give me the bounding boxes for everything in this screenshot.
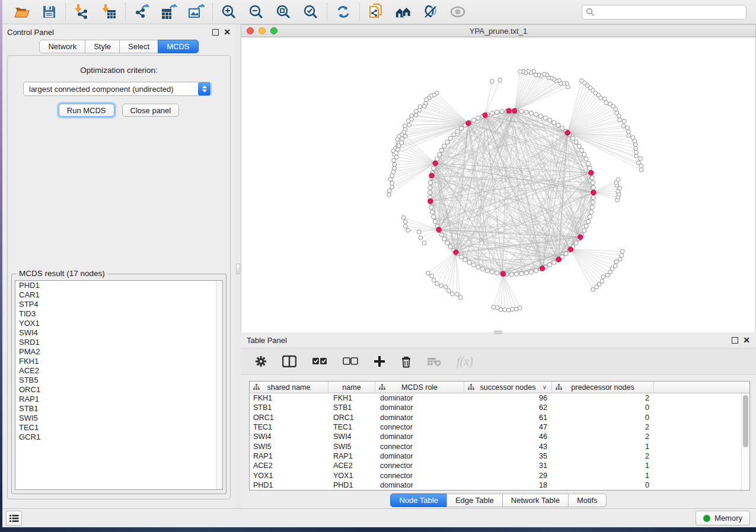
table-row[interactable]: TEC1TEC1connector472: [250, 422, 741, 432]
cell-name: TEC1: [328, 423, 375, 431]
table-settings-icon[interactable]: [255, 352, 267, 370]
float-table-panel-icon[interactable]: [732, 337, 738, 344]
mcds-result-list[interactable]: PHD1CAR1STP4TID3YOX1SWI4SRD1PMA2FKH1ACE2…: [15, 280, 223, 490]
close-table-panel-icon[interactable]: ✕: [743, 337, 750, 344]
zoom-out-icon[interactable]: [248, 4, 264, 20]
list-item[interactable]: TEC1: [15, 423, 222, 432]
zoom-in-icon[interactable]: [221, 4, 237, 20]
tab-motifs[interactable]: Motifs: [568, 493, 607, 507]
import-table-icon[interactable]: [101, 4, 117, 20]
open-file-icon[interactable]: [14, 4, 30, 20]
fx-label: f(x): [457, 355, 473, 368]
task-history-button[interactable]: [6, 511, 22, 526]
close-panel-icon[interactable]: ✕: [224, 29, 231, 36]
list-item[interactable]: GCR1: [15, 432, 222, 442]
tab-edge-table[interactable]: Edge Table: [446, 493, 503, 507]
list-item[interactable]: ACE2: [15, 366, 222, 376]
table-scrollbar-thumb[interactable]: [743, 395, 748, 447]
table-row[interactable]: YOX1YOX1connector291: [250, 470, 741, 480]
split-panel-icon[interactable]: [282, 352, 296, 370]
deselect-all-icon[interactable]: [343, 352, 358, 370]
first-neighbors-icon[interactable]: [395, 4, 412, 20]
save-session-icon[interactable]: [41, 4, 58, 20]
memory-button[interactable]: Memory: [696, 511, 750, 525]
list-item[interactable]: SWI4: [15, 328, 222, 338]
table-row[interactable]: ACE2ACE2connector311: [250, 461, 741, 470]
list-item[interactable]: PMA2: [15, 347, 222, 357]
zoom-fit-icon[interactable]: [275, 4, 292, 20]
cell-MCDS-role: dominator: [375, 481, 464, 489]
sort-arrow-icon: ∨: [543, 384, 547, 390]
list-item[interactable]: TID3: [15, 309, 222, 319]
result-list-scrollbar[interactable]: [216, 281, 222, 489]
tab-network[interactable]: Network: [39, 40, 85, 53]
table-row[interactable]: ORC1ORC1dominator610: [250, 413, 741, 422]
zoom-selected-icon[interactable]: [302, 4, 319, 20]
network-window-titlebar[interactable]: YPA_prune.txt_1: [241, 24, 756, 37]
table-row[interactable]: RAP1RAP1dominator352: [250, 451, 741, 461]
tab-select[interactable]: Select: [119, 40, 158, 53]
function-builder-icon[interactable]: f(x): [457, 352, 473, 370]
cell-shared-name: ACE2: [250, 462, 328, 470]
cell-successor-nodes: 43: [464, 443, 552, 451]
list-item[interactable]: STB5: [15, 376, 222, 385]
close-panel-button[interactable]: Close panel: [122, 104, 180, 117]
list-item[interactable]: PHD1: [15, 281, 222, 290]
add-column-icon[interactable]: [374, 352, 385, 370]
select-all-icon[interactable]: [312, 352, 327, 370]
tab-style[interactable]: Style: [85, 40, 120, 53]
import-network-icon[interactable]: [74, 4, 90, 20]
list-item[interactable]: ORC1: [15, 385, 222, 395]
list-item[interactable]: RAP1: [15, 395, 222, 404]
network-graph: [241, 37, 755, 332]
tab-network-table[interactable]: Network Table: [502, 493, 569, 507]
run-mcds-button[interactable]: Run MCDS: [59, 104, 114, 117]
show-all-icon[interactable]: [449, 4, 466, 20]
network-canvas[interactable]: [241, 37, 756, 332]
hide-selected-icon[interactable]: [422, 4, 439, 20]
list-item[interactable]: CAR1: [15, 290, 222, 300]
list-item[interactable]: FKH1: [15, 357, 222, 366]
column-header-successor-nodes[interactable]: successor nodes∨: [464, 382, 552, 393]
column-header-predecessor-nodes[interactable]: predecessor nodes: [552, 382, 654, 393]
table-row[interactable]: FKH1FKH1dominator962: [250, 393, 741, 403]
memory-status-icon: [703, 515, 710, 522]
cell-shared-name: STB1: [250, 403, 328, 412]
search-box[interactable]: [582, 5, 747, 20]
column-header-shared-name[interactable]: shared name: [250, 382, 328, 393]
mcds-panel: Optimization criterion: largest connecte…: [7, 55, 231, 499]
cell-predecessor-nodes: 1: [552, 462, 654, 470]
table-row[interactable]: STB1STB1dominator620: [250, 403, 741, 412]
column-header-name[interactable]: name: [328, 382, 375, 393]
cell-MCDS-role: dominator: [375, 403, 464, 412]
column-header-MCDS-role[interactable]: MCDS role: [375, 382, 464, 393]
node-table: shared namenameMCDS rolesuccessor nodes∨…: [249, 381, 750, 491]
export-network-icon[interactable]: [133, 4, 150, 20]
apply-layout-icon[interactable]: [335, 4, 352, 20]
search-input[interactable]: [595, 8, 742, 17]
cell-shared-name: PHD1: [250, 481, 328, 489]
vertical-splitter[interactable]: [235, 24, 241, 508]
export-table-icon[interactable]: [161, 4, 177, 20]
table-row[interactable]: SWI5SWI5connector431: [250, 441, 741, 451]
delete-table-icon[interactable]: [427, 352, 441, 370]
list-item[interactable]: SWI5: [15, 414, 222, 423]
export-image-icon[interactable]: [188, 4, 205, 20]
table-row[interactable]: PHD1PHD1dominator180: [250, 480, 741, 490]
tab-mcds[interactable]: MCDS: [158, 40, 198, 53]
list-item[interactable]: SRD1: [15, 338, 222, 347]
cell-shared-name: RAP1: [250, 452, 328, 460]
delete-column-icon[interactable]: [401, 352, 412, 370]
table-panel-splitter-handle[interactable]: [494, 331, 502, 334]
cell-name: RAP1: [328, 452, 375, 460]
clone-network-icon[interactable]: [368, 4, 384, 20]
splitter-handle[interactable]: [236, 264, 240, 274]
optimization-criterion-select[interactable]: largest connected component (undirected): [23, 82, 212, 96]
float-panel-icon[interactable]: [212, 29, 219, 36]
table-row[interactable]: SWI4SWI4dominator462: [250, 432, 741, 441]
table-scrollbar[interactable]: [741, 393, 749, 490]
tab-node-table[interactable]: Node Table: [390, 493, 447, 507]
list-item[interactable]: STP4: [15, 300, 222, 309]
list-item[interactable]: STB1: [15, 404, 222, 414]
list-item[interactable]: YOX1: [15, 319, 222, 328]
